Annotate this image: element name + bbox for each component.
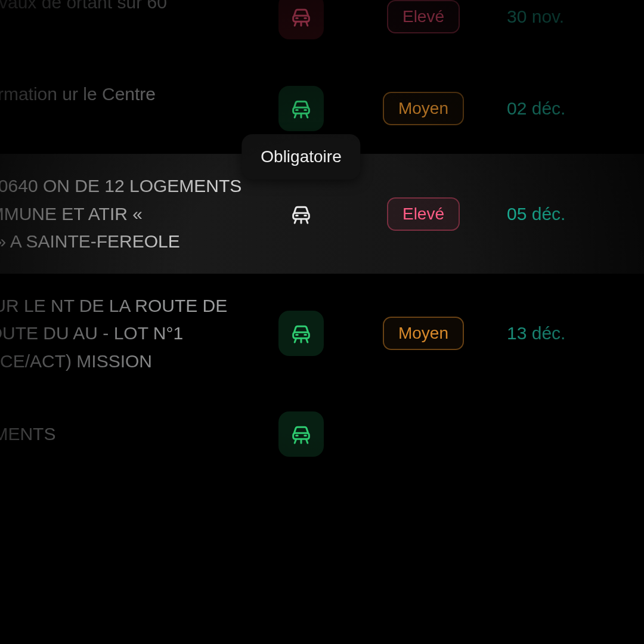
date-cell: 13 déc. [501,323,608,343]
visit-cell [256,411,346,457]
date-cell: 05 déc. [501,204,608,224]
visit-cell [256,311,346,356]
tender-title: TECHNIQUE POUR LE NT DE LA ROUTE DE BOIS… [0,292,256,376]
tender-title: ON DE 17 LOGEMENTS [0,420,256,448]
car-icon[interactable] [278,86,324,131]
severity-badge: Elevé [387,0,460,33]
date-cell: 30 nov. [501,7,608,27]
table-row[interactable]: onsultation : 19070640 ON DE 12 LOGEMENT… [0,154,644,274]
table-row[interactable]: ON DE 17 LOGEMENTS [0,393,644,475]
table-row[interactable]: TECHNIQUE POUR LE NT DE LA ROUTE DE BOIS… [0,274,644,394]
car-icon[interactable] [278,311,324,356]
severity-badge: Moyen [383,317,464,350]
car-icon[interactable] [278,0,324,39]
severity-cell: Moyen [346,92,501,125]
table-row[interactable]: Bourg 1"<br />Travaux de ortant sur 60 l… [0,0,644,62]
tender-title: Bourg 1"<br />Travaux de ortant sur 60 l… [0,0,256,44]
severity-badge: Elevé [387,197,460,231]
severity-cell: Elevé [346,0,501,33]
severity-cell: Moyen [346,317,501,350]
severity-cell: Elevé [346,197,501,231]
date-cell: 02 déc. [501,98,608,119]
tooltip-obligatoire: Obligatoire [242,134,360,179]
severity-badge: Moyen [383,92,464,125]
tender-title: d'un espace de formation ur le Centre Ho… [0,80,256,136]
car-icon[interactable] [278,411,324,457]
tender-title: onsultation : 19070640 ON DE 12 LOGEMENT… [0,172,256,256]
visit-cell [256,0,346,39]
visit-cell [256,86,346,131]
car-icon[interactable] [278,191,324,237]
visit-cell: Obligatoire [256,191,346,237]
